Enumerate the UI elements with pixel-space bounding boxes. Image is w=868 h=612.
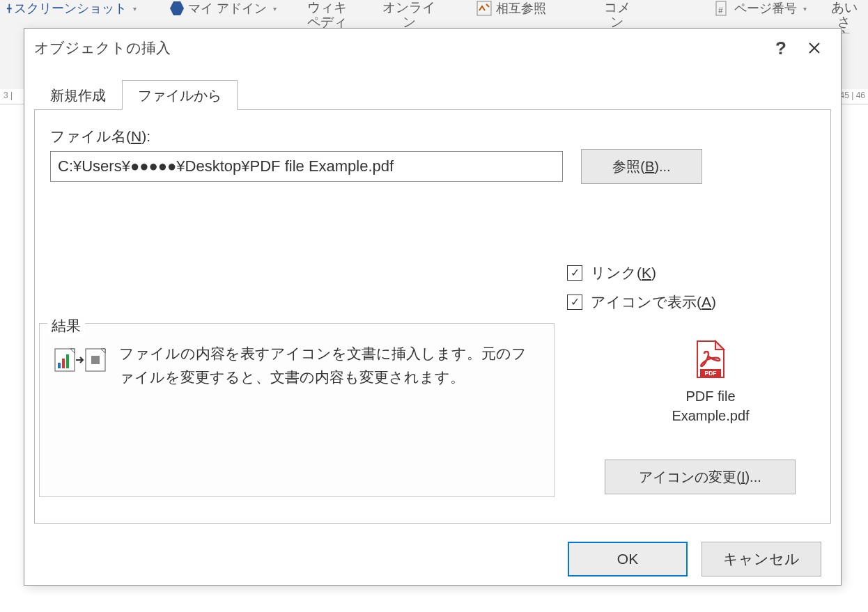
change-icon-button[interactable]: アイコンの変更(I)... xyxy=(605,460,796,494)
ribbon-my-addins[interactable]: マイ アドイン ▾ xyxy=(170,0,277,17)
tab-from-file[interactable]: ファイルから xyxy=(122,80,238,110)
filename-label: ファイル名(N): xyxy=(50,127,815,146)
display-as-icon-label: アイコンで表示(A) xyxy=(591,292,716,312)
tab-new[interactable]: 新規作成 xyxy=(34,80,122,109)
result-legend: 結果 xyxy=(47,316,85,336)
close-button[interactable] xyxy=(798,34,831,62)
insert-object-dialog: オブジェクトの挿入 ? 新規作成 ファイルから ファイル名(N): 参照(B).… xyxy=(24,28,842,586)
result-icon xyxy=(54,346,108,376)
chevron-down-icon: ▾ xyxy=(133,5,137,13)
dialog-titlebar: オブジェクトの挿入 ? xyxy=(24,29,841,68)
ribbon-page-number[interactable]: # ページ番号 ▾ xyxy=(715,0,807,17)
svg-text:#: # xyxy=(718,6,723,15)
display-as-icon-checkbox[interactable]: ✓ xyxy=(567,295,582,310)
svg-rect-8 xyxy=(66,354,69,368)
display-as-icon-checkbox-row[interactable]: ✓ アイコンで表示(A) xyxy=(567,292,716,312)
browse-button[interactable]: 参照(B)... xyxy=(581,149,702,184)
result-fieldset: ファイルの内容を表すアイコンを文書に挿入します。元のファイルを変更すると、文書の… xyxy=(39,323,555,497)
ribbon-screenshot-label: スクリーンショット xyxy=(14,0,127,17)
help-button[interactable]: ? xyxy=(764,34,798,62)
chevron-down-icon: ▾ xyxy=(273,5,277,13)
ok-button[interactable]: OK xyxy=(568,542,688,576)
svg-rect-7 xyxy=(62,359,65,368)
close-icon xyxy=(808,42,821,54)
icon-caption: PDF file Example.pdf xyxy=(641,386,780,425)
ribbon-cross-ref-label: 相互参照 xyxy=(496,0,546,17)
dialog-footer: OK キャンセル xyxy=(34,524,831,576)
tab-strip: 新規作成 ファイルから xyxy=(34,80,831,109)
tab-panel-from-file: ファイル名(N): 参照(B)... ✓ リンク(K) ✓ xyxy=(34,109,831,524)
dialog-title: オブジェクトの挿入 xyxy=(34,38,764,58)
chevron-down-icon: ▾ xyxy=(803,5,807,13)
svg-rect-10 xyxy=(91,356,100,364)
icon-preview: PDF PDF file Example.pdf xyxy=(641,340,780,425)
ribbon-cross-ref[interactable]: 相互参照 xyxy=(476,0,546,17)
ribbon-page-number-label: ページ番号 xyxy=(734,0,797,17)
link-checkbox[interactable]: ✓ xyxy=(567,265,582,281)
cancel-button[interactable]: キャンセル xyxy=(702,542,821,576)
svg-text:PDF: PDF xyxy=(705,370,717,377)
page-number-icon: # xyxy=(715,1,730,16)
addin-icon xyxy=(170,1,184,15)
pdf-file-icon: PDF xyxy=(695,340,727,382)
options-group: ✓ リンク(K) ✓ アイコンで表示(A) xyxy=(567,263,716,322)
cross-ref-icon xyxy=(476,1,492,16)
filename-input[interactable] xyxy=(50,151,563,182)
ribbon-screenshot[interactable]: ╋ スクリーンショット ▾ xyxy=(7,0,137,17)
ribbon-my-addins-label: マイ アドイン xyxy=(188,0,267,17)
result-text: ファイルの内容を表すアイコンを文書に挿入します。元のファイルを変更すると、文書の… xyxy=(119,342,540,389)
link-checkbox-row[interactable]: ✓ リンク(K) xyxy=(567,263,716,283)
link-label: リンク(K) xyxy=(591,263,656,283)
svg-rect-6 xyxy=(58,363,61,368)
